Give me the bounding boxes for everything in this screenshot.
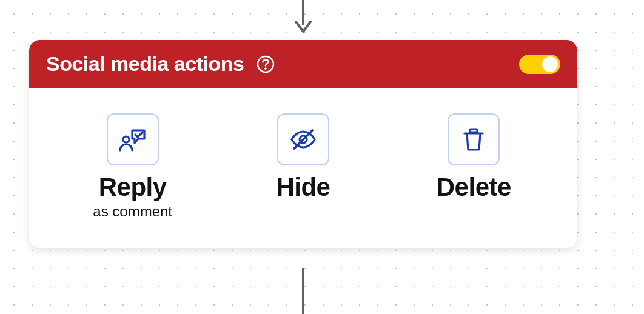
toggle-knob	[542, 56, 558, 72]
svg-point-2	[265, 67, 267, 69]
action-reply[interactable]: Reply as comment	[72, 113, 193, 220]
social-media-actions-card: Social media actions	[29, 40, 577, 248]
action-delete[interactable]: Delete	[413, 113, 534, 201]
svg-rect-7	[470, 129, 477, 132]
connector-arrow-top	[302, 0, 304, 35]
enable-toggle[interactable]	[519, 55, 560, 74]
action-hide-title: Hide	[276, 174, 330, 201]
svg-point-3	[123, 136, 129, 142]
action-delete-title: Delete	[437, 174, 511, 201]
action-hide[interactable]: Hide	[243, 113, 364, 201]
card-title: Social media actions	[46, 52, 244, 76]
action-reply-subtitle: as comment	[93, 203, 172, 220]
help-icon[interactable]	[256, 55, 275, 74]
action-reply-title: Reply	[99, 174, 167, 201]
eye-off-icon	[277, 113, 329, 165]
reply-user-icon	[107, 113, 159, 165]
card-header-left: Social media actions	[46, 52, 275, 76]
card-body: Reply as comment Hide D	[29, 88, 577, 248]
connector-line-bottom	[302, 268, 304, 314]
card-header: Social media actions	[29, 40, 577, 88]
trash-icon	[448, 113, 500, 165]
